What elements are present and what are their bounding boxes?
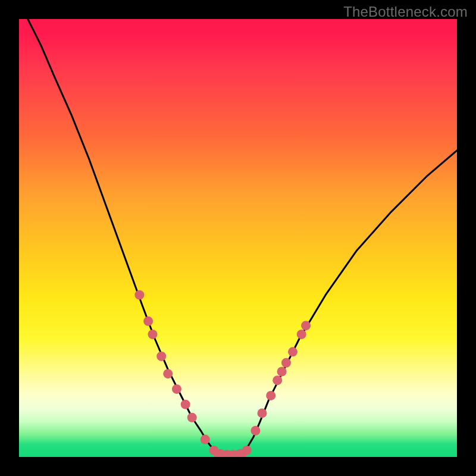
marker-dot bbox=[257, 408, 267, 418]
marker-dot bbox=[277, 367, 287, 376]
marker-dot bbox=[172, 384, 181, 394]
marker-dot bbox=[148, 330, 157, 339]
marker-dot bbox=[266, 391, 275, 400]
lines-layer bbox=[28, 19, 457, 455]
marker-dot bbox=[156, 352, 166, 361]
markers-layer bbox=[134, 290, 311, 457]
marker-dot bbox=[187, 413, 197, 422]
watermark-text: TheBottleneck.com bbox=[343, 4, 468, 20]
marker-dot bbox=[181, 400, 190, 409]
marker-dot bbox=[288, 347, 298, 356]
marker-dot bbox=[297, 330, 306, 339]
marker-dot bbox=[301, 321, 311, 330]
plot-area bbox=[19, 19, 457, 457]
marker-dot bbox=[250, 426, 260, 436]
marker-dot bbox=[242, 446, 252, 455]
marker-dot bbox=[143, 317, 153, 326]
curve-right-curve bbox=[242, 151, 457, 455]
marker-dot bbox=[201, 435, 210, 444]
marker-dot bbox=[134, 290, 144, 300]
curve-left-curve bbox=[28, 19, 218, 455]
marker-dot bbox=[163, 369, 173, 378]
marker-dot bbox=[273, 375, 282, 385]
marker-dot bbox=[281, 358, 291, 368]
chart-svg bbox=[19, 19, 457, 457]
